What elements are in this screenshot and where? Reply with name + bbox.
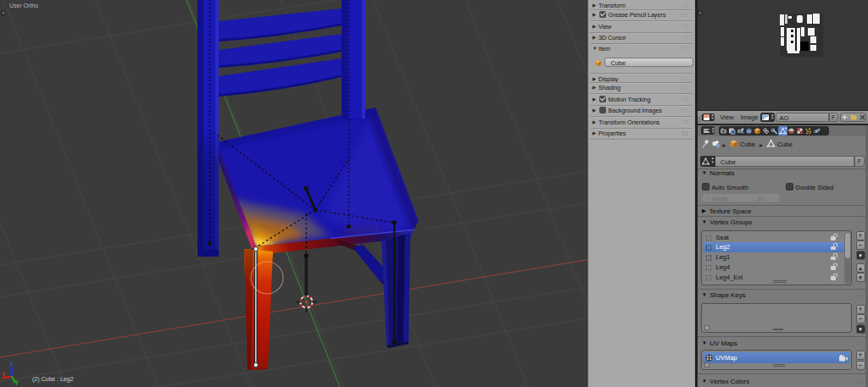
svg-text:▸: ▸ [722,141,726,149]
svg-text:x: x [3,371,6,377]
svg-text:▸: ▸ [760,141,763,149]
svg-text:y: y [15,379,19,385]
svg-text:Cube: Cube [740,141,755,148]
svg-text:Cube: Cube [777,141,793,148]
svg-text:z: z [10,361,14,367]
